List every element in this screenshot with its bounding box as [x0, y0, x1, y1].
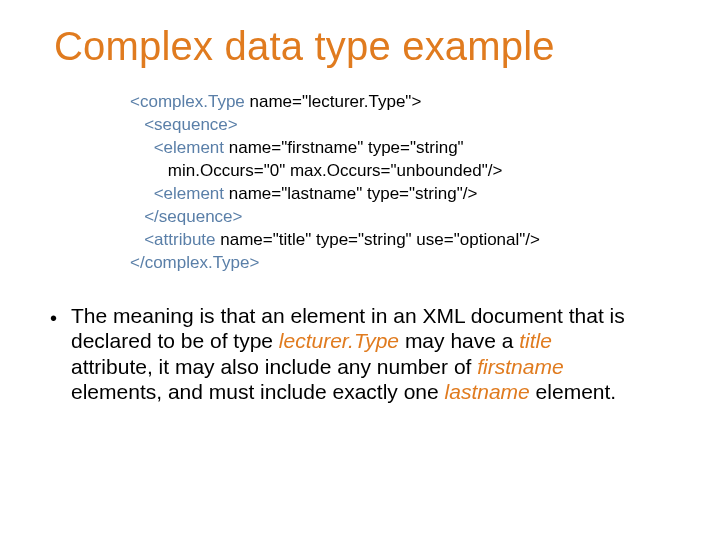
- emphasis: firstname: [477, 355, 563, 378]
- slide: Complex data type example <complex.Type …: [0, 0, 720, 540]
- text-run: elements, and must include exactly one: [71, 380, 445, 403]
- code-line: <complex.Type name="lecturer.Type">: [130, 91, 672, 114]
- code-line: <element name="firstname" type="string": [130, 137, 672, 160]
- code-line: min.Occurs="0" max.Occurs="unbounded"/>: [130, 160, 672, 183]
- bullet-item: • The meaning is that an element in an X…: [48, 303, 672, 405]
- xml-tag: </complex.Type>: [130, 253, 259, 272]
- xml-attrs: name="lecturer.Type">: [250, 92, 422, 111]
- emphasis: lecturer.Type: [279, 329, 399, 352]
- bullet-marker: •: [50, 306, 57, 330]
- slide-title: Complex data type example: [54, 24, 672, 69]
- xml-attrs: name="firstname" type="string": [229, 138, 464, 157]
- xml-tag: </sequence>: [144, 207, 242, 226]
- code-line: </complex.Type>: [130, 252, 672, 275]
- xml-tag: <sequence>: [144, 115, 238, 134]
- xml-attrs: name="title" type="string" use="optional…: [220, 230, 540, 249]
- emphasis: lastname: [445, 380, 530, 403]
- emphasis: title: [519, 329, 552, 352]
- xml-tag: <element: [154, 138, 229, 157]
- bullet-text: The meaning is that an element in an XML…: [71, 303, 631, 405]
- xml-tag: <attribute: [144, 230, 220, 249]
- text-run: attribute, it may also include any numbe…: [71, 355, 477, 378]
- xml-attrs: name="lastname" type="string"/>: [229, 184, 478, 203]
- text-run: element.: [530, 380, 616, 403]
- code-line: <element name="lastname" type="string"/>: [130, 183, 672, 206]
- text-run: may have a: [399, 329, 519, 352]
- code-line: <sequence>: [130, 114, 672, 137]
- code-line: </sequence>: [130, 206, 672, 229]
- xml-tag: <complex.Type: [130, 92, 250, 111]
- xml-tag: <element: [154, 184, 229, 203]
- code-block: <complex.Type name="lecturer.Type"> <seq…: [130, 91, 672, 275]
- xml-attrs: min.Occurs="0" max.Occurs="unbounded"/>: [168, 161, 503, 180]
- code-line: <attribute name="title" type="string" us…: [130, 229, 672, 252]
